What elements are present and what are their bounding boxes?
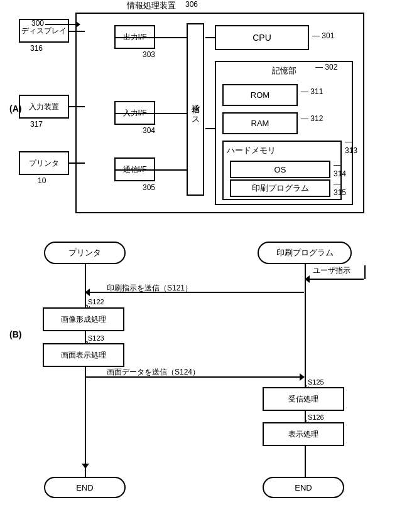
ram-box: RAM <box>222 112 298 134</box>
user-instruction-label: ユーザ指示 <box>313 265 350 276</box>
msg-print-instruction-label: 印刷指示を送信（S121） <box>107 283 192 294</box>
ref-311: — 311 <box>301 87 323 96</box>
ref-316: 316 <box>30 44 43 53</box>
ref-314: — 314 <box>334 161 346 178</box>
print-program-label: 印刷プログラム <box>252 183 309 194</box>
end-label-printer: END <box>76 483 93 492</box>
activation-image-process: 画像形成処理 <box>43 307 124 331</box>
line-input-device <box>69 106 85 107</box>
section-b: (B) プリンタ 印刷プログラム ユーザ指示 印刷指示を送信（S121） <box>6 242 396 527</box>
comm-if-box: 通信I/F <box>114 157 155 181</box>
cpu-label: CPU <box>253 33 271 43</box>
display-label: ディスプレイ <box>21 26 67 36</box>
display-box: ディスプレイ <box>19 19 69 43</box>
sequence-diagram: プリンタ 印刷プログラム ユーザ指示 印刷指示を送信（S121） S122 ∿ <box>25 242 396 524</box>
print-program-box: 印刷プログラム <box>230 179 330 197</box>
msg-screen-data-label: 画面データを送信（S124） <box>107 367 200 378</box>
ref-312: — 312 <box>301 114 323 123</box>
actor-printer: プリンタ <box>44 242 126 264</box>
line-printer-comm <box>69 162 85 164</box>
printer-end-arrow <box>85 376 86 464</box>
printer-box-a: プリンタ <box>19 151 69 175</box>
activation-screen-display: 画面表示処理 <box>43 343 124 367</box>
output-if-label: 出力I/F <box>123 32 147 43</box>
os-box: OS <box>230 161 330 178</box>
rom-box: ROM <box>222 84 298 106</box>
section-a: (A) 300 情報処理装置 306 通信バス CPU — 301 <box>6 6 396 232</box>
activation-receive-label: 受信処理 <box>288 394 318 405</box>
memory-outer-box: 記憶部 ROM RAM ハードメモリ OS <box>215 61 353 205</box>
ref-306-bus: 306 <box>185 0 198 9</box>
actor-print-program-label: 印刷プログラム <box>276 247 334 258</box>
ref-301: — 301 <box>312 31 334 40</box>
ref-304: 304 <box>143 126 155 135</box>
input-if-box: 入力I/F <box>114 101 155 125</box>
ref-303: 303 <box>143 50 155 59</box>
ref-315: — 315 <box>334 179 346 197</box>
user-input-arrow <box>305 279 364 280</box>
actor-print-program: 印刷プログラム <box>258 242 352 264</box>
line-mem-bus <box>205 128 215 129</box>
ref-302: — 302 <box>315 63 337 72</box>
section-b-label: (B) <box>9 329 21 339</box>
main-system-title: 情報処理装置 <box>127 0 176 11</box>
comm-bus-box: 通信バス <box>187 23 204 196</box>
input-if-label: 入力I/F <box>123 108 147 119</box>
activation-receive: 受信処理 <box>263 387 344 411</box>
cpu-box: CPU <box>215 25 309 50</box>
os-label: OS <box>274 165 286 174</box>
ref-10: 10 <box>38 176 46 185</box>
ref-s126: S126 <box>308 413 324 421</box>
activation-screen-display-label: 画面表示処理 <box>61 350 106 361</box>
user-input-vline <box>364 265 366 279</box>
ram-label: RAM <box>251 119 269 128</box>
printer-label-a: プリンタ <box>29 158 59 169</box>
end-box-print-program: END <box>263 477 344 498</box>
input-device-label: 入力装置 <box>29 102 59 112</box>
main-system-box: 情報処理装置 306 通信バス CPU — 301 記憶部 ROM <box>75 13 364 213</box>
ref-s125: S125 <box>308 378 324 386</box>
input-device-box: 入力装置 <box>19 95 69 119</box>
actor-printer-label: プリンタ <box>68 247 101 258</box>
comm-bus-label: 通信バス <box>190 98 201 122</box>
rom-label: ROM <box>251 90 269 100</box>
activation-image-process-label: 画像形成処理 <box>61 314 106 325</box>
end-label-print-program: END <box>295 483 312 492</box>
activation-display: 表示処理 <box>263 422 344 446</box>
hard-memory-outer: ハードメモリ OS 印刷プログラム — 314 — 315 <box>222 141 342 200</box>
line-display-output <box>69 31 85 32</box>
comm-if-label: 通信I/F <box>123 164 147 175</box>
ref-313: — 313 <box>345 137 357 155</box>
output-if-box: 出力I/F <box>114 25 155 49</box>
activation-display-label: 表示処理 <box>288 429 318 440</box>
ref-305: 305 <box>143 183 155 192</box>
page: (A) 300 情報処理装置 306 通信バス CPU — 301 <box>0 0 402 532</box>
line-cpu-bus <box>205 37 215 38</box>
end-box-printer: END <box>44 477 126 498</box>
hard-memory-title: ハードメモリ <box>227 145 276 156</box>
print-program-end-arrow <box>305 446 306 477</box>
ref-317: 317 <box>30 120 43 129</box>
